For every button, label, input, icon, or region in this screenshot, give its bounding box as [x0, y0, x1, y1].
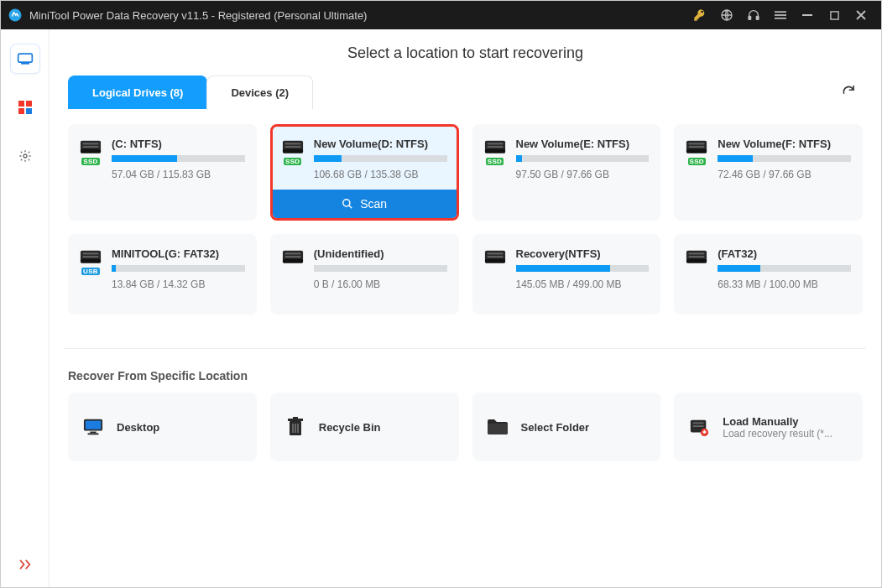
section-title-specific-location: Recover From Specific Location [65, 348, 866, 393]
svg-rect-57 [295, 424, 296, 433]
svg-rect-32 [689, 146, 705, 148]
drive-name: New Volume(F: NTFS) [718, 138, 851, 150]
usage-bar [314, 265, 447, 272]
drive-card[interactable]: (FAT32) 68.33 MB / 100.00 MB [674, 234, 863, 315]
drive-icon: SSD [484, 139, 506, 165]
usage-bar [718, 265, 851, 272]
drive-grid: SSD (C: NTFS) 57.04 GB / 115.83 GB SSD N… [65, 109, 866, 348]
svg-point-15 [23, 154, 27, 158]
drive-size: 106.68 GB / 135.38 GB [314, 169, 447, 180]
location-label: Load Manually [723, 415, 849, 428]
svg-rect-55 [293, 417, 298, 419]
drive-card[interactable]: SSD New Volume(E: NTFS) 97.50 GB / 97.66… [472, 124, 661, 221]
svg-rect-34 [81, 259, 101, 263]
usage-bar [516, 155, 650, 162]
tab-logical-drives[interactable]: Logical Drives (8) [68, 75, 207, 109]
location-card-folder[interactable]: Select Folder [472, 393, 661, 461]
svg-rect-10 [21, 63, 29, 65]
drive-icon [484, 249, 506, 266]
drive-size: 72.46 GB / 97.66 GB [718, 169, 851, 180]
drive-name: MINITOOL(G: FAT32) [112, 247, 245, 260]
drive-card[interactable]: USB MINITOOL(G: FAT32) 13.84 GB / 14.32 … [68, 234, 257, 315]
svg-rect-8 [830, 11, 838, 18]
drive-card[interactable]: (Unidentified) 0 B / 16.00 MB [270, 234, 459, 315]
drive-name: New Volume(E: NTFS) [516, 138, 650, 150]
svg-rect-17 [81, 149, 101, 154]
scan-button[interactable]: Scan [273, 190, 457, 218]
minimize-button[interactable] [794, 1, 821, 29]
svg-rect-48 [689, 256, 705, 258]
drive-size: 68.33 MB / 100.00 MB [718, 278, 851, 290]
close-button[interactable] [848, 1, 874, 29]
svg-rect-11 [18, 101, 24, 107]
location-label: Select Folder [521, 421, 648, 434]
trash-icon [284, 417, 307, 437]
svg-rect-9 [18, 54, 32, 62]
svg-rect-6 [775, 18, 786, 19]
sidebar-item-recovery[interactable] [11, 44, 39, 73]
sidebar [1, 29, 50, 588]
svg-rect-40 [284, 256, 300, 258]
svg-rect-42 [484, 259, 504, 263]
main-content: Select a location to start recovering Lo… [50, 29, 881, 588]
drive-size: 0 B / 16.00 MB [314, 278, 447, 290]
svg-rect-4 [775, 11, 786, 13]
folder-icon [486, 419, 509, 435]
drive-card[interactable]: SSD New Volume(D: NTFS) 106.68 GB / 135.… [270, 124, 459, 221]
drive-name: (Unidentified) [314, 247, 447, 260]
page-heading: Select a location to start recovering [65, 29, 866, 75]
drive-size: 13.84 GB / 14.32 GB [112, 278, 245, 290]
location-card-trash[interactable]: Recycle Bin [270, 393, 459, 461]
drive-icon [686, 249, 707, 266]
menu-icon[interactable] [767, 1, 794, 29]
window-title: MiniTool Power Data Recovery v11.5 - Reg… [29, 9, 367, 22]
usage-bar [718, 155, 851, 162]
drive-card[interactable]: SSD New Volume(F: NTFS) 72.46 GB / 97.66… [674, 124, 863, 221]
svg-rect-13 [18, 108, 24, 114]
drive-name: (FAT32) [718, 247, 851, 260]
location-label: Desktop [117, 421, 243, 434]
drive-size: 57.04 GB / 115.83 GB [112, 169, 245, 180]
svg-rect-50 [86, 421, 101, 429]
svg-rect-3 [756, 16, 759, 19]
svg-rect-14 [26, 108, 32, 114]
svg-rect-2 [749, 16, 751, 19]
refresh-button[interactable] [838, 80, 859, 105]
svg-rect-27 [487, 143, 503, 144]
svg-rect-43 [487, 252, 503, 254]
svg-rect-35 [83, 252, 99, 254]
drive-card[interactable]: SSD (C: NTFS) 57.04 GB / 115.83 GB [68, 124, 257, 221]
location-card-desktop[interactable]: Desktop [68, 393, 257, 461]
usage-bar [314, 155, 447, 162]
maximize-button[interactable] [821, 1, 848, 29]
svg-rect-22 [284, 143, 300, 144]
app-logo-icon [8, 8, 23, 23]
headphones-icon[interactable] [740, 1, 767, 29]
drive-size: 145.05 MB / 499.00 MB [516, 278, 650, 290]
tab-devices[interactable]: Devices (2) [206, 75, 313, 109]
svg-rect-21 [283, 149, 303, 154]
globe-icon[interactable] [713, 1, 740, 29]
svg-rect-52 [88, 433, 99, 434]
svg-rect-7 [802, 14, 812, 16]
title-bar: MiniTool Power Data Recovery v11.5 - Reg… [1, 1, 881, 29]
key-icon[interactable] [686, 1, 713, 29]
location-label: Recycle Bin [319, 421, 446, 434]
usage-bar [112, 265, 245, 272]
svg-rect-56 [292, 424, 294, 433]
svg-rect-51 [90, 432, 96, 434]
scan-label: Scan [360, 197, 387, 211]
sidebar-item-apps[interactable] [11, 93, 39, 122]
svg-point-24 [343, 200, 350, 206]
svg-rect-38 [283, 259, 303, 263]
svg-rect-39 [284, 252, 300, 254]
sidebar-expand-button[interactable] [18, 559, 33, 574]
svg-rect-23 [284, 146, 300, 148]
svg-rect-46 [686, 259, 707, 263]
location-card-load[interactable]: Load Manually Load recovery result (*... [674, 393, 863, 461]
drive-name: (C: NTFS) [112, 138, 245, 150]
sidebar-item-settings[interactable] [11, 142, 39, 170]
svg-rect-61 [693, 422, 704, 424]
drive-card[interactable]: Recovery(NTFS) 145.05 MB / 499.00 MB [472, 234, 661, 315]
svg-rect-30 [686, 149, 707, 154]
